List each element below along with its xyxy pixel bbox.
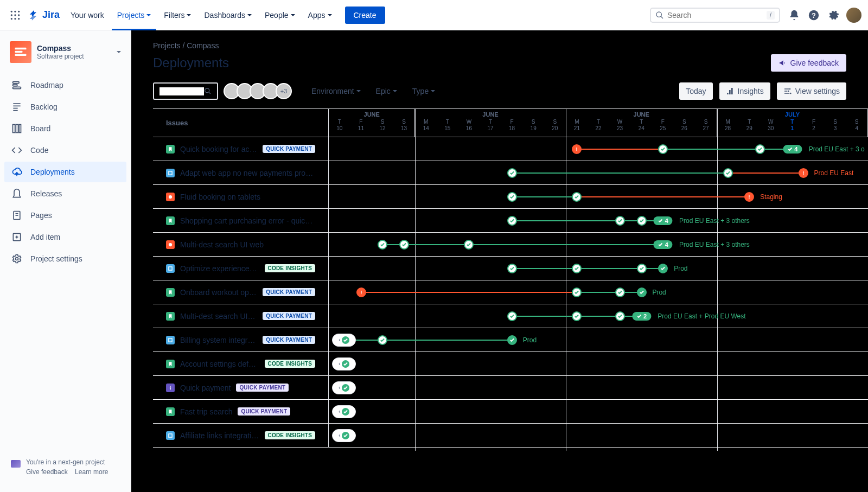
collapse-button[interactable]: ‹ — [332, 357, 356, 370]
deploy-marker[interactable] — [572, 311, 582, 321]
issue-row[interactable]: Quick paymentQUICK PAYMENT — [153, 376, 329, 400]
issue-row[interactable]: Fluid booking on tablets — [153, 185, 329, 209]
settings-icon[interactable] — [825, 7, 842, 24]
collapse-button[interactable]: ‹ — [332, 429, 356, 442]
environment-label: Prod EU East + 3 others — [679, 217, 750, 225]
give-feedback-button[interactable]: Give feedback — [771, 54, 847, 72]
epic-badge[interactable]: QUICK PAYMENT — [263, 288, 315, 296]
issue-row[interactable]: Multi-dest search UI web — [153, 233, 329, 257]
issue-row[interactable]: Shopping cart purchasing error - quick f… — [153, 209, 329, 233]
footer-learnmore-link[interactable]: Learn more — [75, 468, 108, 476]
global-search[interactable]: / — [650, 8, 780, 23]
sidebar-item-board[interactable]: Board — [4, 118, 126, 139]
nav-dashboards[interactable]: Dashboards — [199, 7, 257, 24]
epic-badge[interactable]: QUICK PAYMENT — [263, 312, 315, 320]
deploy-marker[interactable] — [658, 264, 668, 273]
deploy-marker[interactable] — [637, 264, 647, 273]
jira-logo[interactable]: Jira — [28, 9, 60, 21]
sidebar-item-pages[interactable]: Pages — [4, 205, 126, 226]
nav-projects[interactable]: Projects — [112, 7, 157, 24]
deploy-marker[interactable] — [572, 287, 582, 297]
issue-row[interactable]: Fast trip searchQUICK PAYMENT — [153, 400, 329, 424]
deploy-marker[interactable] — [615, 216, 625, 226]
breadcrumb-projects[interactable]: Projects — [153, 41, 181, 50]
user-avatar[interactable] — [846, 8, 861, 23]
deploy-count-badge[interactable]: 2 — [632, 312, 651, 321]
deploy-marker[interactable] — [744, 192, 754, 202]
local-search-input[interactable] — [159, 87, 204, 95]
collapse-button[interactable]: ‹ — [332, 334, 356, 347]
nav-people[interactable]: People — [259, 7, 301, 24]
apps-switcher-icon[interactable] — [7, 7, 24, 24]
search-input[interactable] — [667, 11, 767, 20]
deploy-marker[interactable] — [799, 168, 808, 178]
deploy-marker[interactable] — [572, 192, 582, 202]
project-header[interactable]: Compass Software project — [4, 41, 126, 74]
today-button[interactable]: Today — [679, 82, 712, 100]
nav-filters[interactable]: Filters — [158, 7, 196, 24]
deploy-count-badge[interactable]: 4 — [654, 240, 673, 249]
deploy-marker[interactable] — [572, 264, 582, 273]
sidebar-item-code[interactable]: Code — [4, 140, 126, 161]
issue-row[interactable]: Affiliate links integrationCODE INSIGHTS — [153, 424, 329, 448]
deploy-marker[interactable] — [507, 168, 517, 178]
avatar-more[interactable]: +3 — [276, 83, 292, 99]
insights-button[interactable]: Insights — [719, 82, 770, 100]
issue-row[interactable]: Billing system integration - frontendQUI… — [153, 328, 329, 352]
deploy-marker[interactable] — [378, 240, 387, 250]
deploy-count-badge[interactable]: 4 — [783, 145, 802, 154]
collapse-button[interactable]: ‹ — [332, 381, 356, 394]
sidebar-item-project-settings[interactable]: Project settings — [4, 248, 126, 269]
deploy-marker[interactable] — [615, 287, 625, 297]
epic-badge[interactable]: CODE INSIGHTS — [265, 431, 316, 439]
deploy-marker[interactable] — [507, 192, 517, 202]
footer-feedback-link[interactable]: Give feedback — [26, 468, 68, 476]
nav-your-work[interactable]: Your work — [65, 7, 110, 24]
view-settings-button[interactable]: View settings — [777, 82, 846, 100]
sidebar-item-deployments[interactable]: Deployments — [4, 162, 126, 182]
deploy-marker[interactable] — [658, 144, 668, 154]
deploy-marker[interactable] — [356, 287, 366, 297]
deploy-marker[interactable] — [507, 216, 517, 226]
epic-badge[interactable]: QUICK PAYMENT — [263, 145, 315, 153]
epic-badge[interactable]: QUICK PAYMENT — [238, 407, 290, 416]
deploy-marker[interactable] — [637, 216, 647, 226]
collapse-button[interactable]: ‹ — [332, 405, 356, 418]
deploy-marker[interactable] — [755, 144, 765, 154]
issue-row[interactable]: Quick booking for accommodationsQUICK PA… — [153, 137, 329, 161]
sidebar-item-add-item[interactable]: Add item — [4, 227, 126, 247]
deploy-count-badge[interactable]: 4 — [654, 216, 673, 225]
deploy-marker[interactable] — [507, 335, 517, 345]
deploy-marker[interactable] — [723, 168, 733, 178]
help-icon[interactable]: ? — [805, 7, 822, 24]
issue-row[interactable]: Onboard workout options (OWO)QUICK PAYME… — [153, 280, 329, 304]
deploy-marker[interactable] — [637, 287, 647, 297]
sidebar-item-roadmap[interactable]: Roadmap — [4, 75, 126, 95]
filter-environment[interactable]: Environment — [307, 84, 365, 99]
local-search[interactable] — [153, 82, 218, 100]
deploy-marker[interactable] — [615, 311, 625, 321]
project-expand-icon[interactable] — [117, 51, 121, 53]
deploy-marker[interactable] — [464, 240, 474, 250]
filter-type[interactable]: Type — [408, 84, 439, 99]
issue-row[interactable]: Optimize experience for mobile webCODE I… — [153, 257, 329, 280]
epic-badge[interactable]: QUICK PAYMENT — [263, 336, 315, 344]
create-button[interactable]: Create — [345, 7, 385, 24]
epic-badge[interactable]: QUICK PAYMENT — [236, 384, 289, 392]
avatar-stack[interactable]: +3 — [227, 83, 292, 99]
issue-row[interactable]: Account settings defaultsCODE INSIGHTS — [153, 352, 329, 376]
epic-badge[interactable]: CODE INSIGHTS — [265, 264, 316, 272]
epic-badge[interactable]: CODE INSIGHTS — [265, 360, 316, 368]
deploy-marker[interactable] — [378, 335, 387, 345]
filter-epic[interactable]: Epic — [372, 84, 401, 99]
deploy-marker[interactable] — [507, 264, 517, 273]
sidebar-item-backlog[interactable]: Backlog — [4, 97, 126, 117]
issue-row[interactable]: Adapt web app no new payments provider — [153, 161, 329, 185]
deploy-marker[interactable] — [572, 144, 582, 154]
sidebar-item-releases[interactable]: Releases — [4, 183, 126, 204]
issue-row[interactable]: Multi-dest search UI mobilewebQUICK PAYM… — [153, 304, 329, 328]
nav-apps[interactable]: Apps — [303, 7, 337, 24]
notifications-icon[interactable] — [786, 7, 803, 24]
deploy-marker[interactable] — [507, 311, 517, 321]
deploy-marker[interactable] — [399, 240, 409, 250]
